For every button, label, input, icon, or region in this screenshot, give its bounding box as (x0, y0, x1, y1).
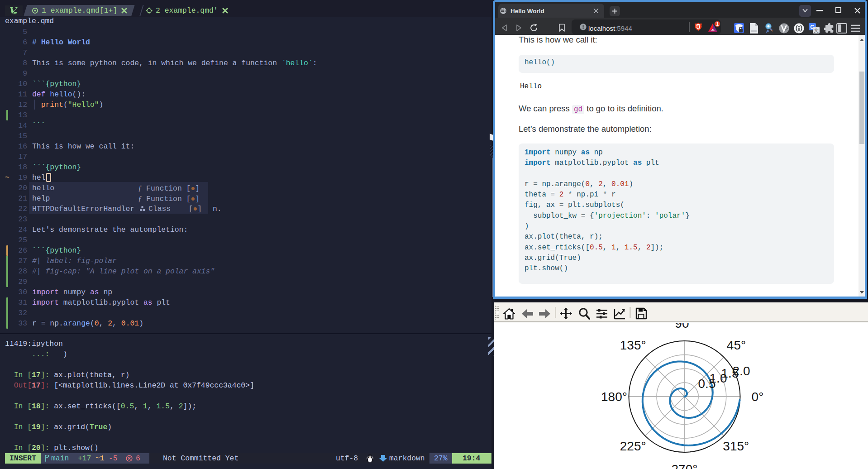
svg-text:45°: 45° (727, 338, 746, 352)
svg-text:135°: 135° (620, 338, 646, 352)
svg-text:270°: 270° (672, 462, 698, 469)
svg-text:315°: 315° (723, 439, 749, 453)
svg-text:2.0: 2.0 (733, 364, 750, 378)
svg-text:90°: 90° (675, 323, 694, 330)
svg-text:225°: 225° (620, 439, 646, 453)
svg-text:0°: 0° (752, 390, 764, 404)
svg-text:文: 文 (814, 28, 819, 33)
svg-text:180°: 180° (601, 390, 627, 404)
